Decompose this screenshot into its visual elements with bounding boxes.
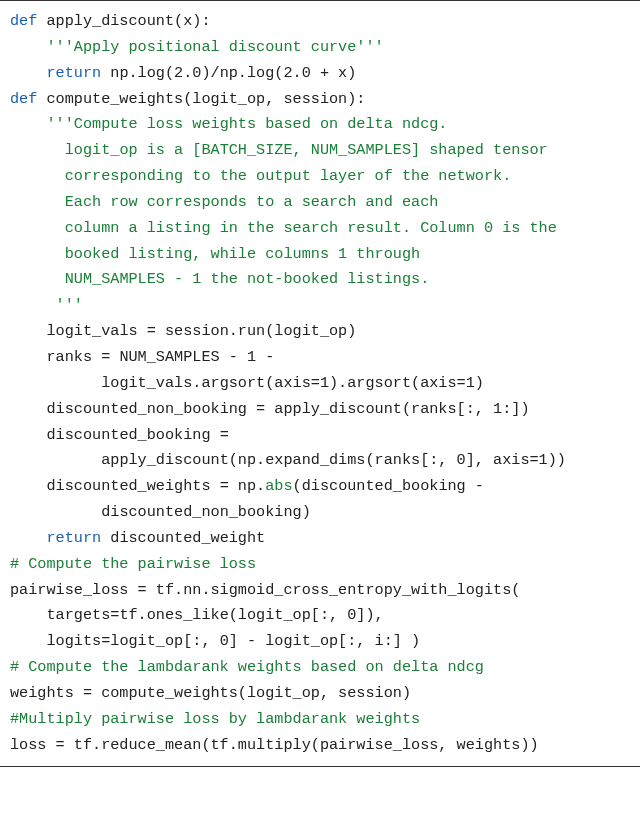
code-token: apply_discount(x): [37, 12, 210, 30]
code-line: logit_op is a [BATCH_SIZE, NUM_SAMPLES] … [10, 138, 630, 164]
code-token: def [10, 12, 37, 30]
code-line: apply_discount(np.expand_dims(ranks[:, 0… [10, 448, 630, 474]
code-token: logit_vals.argsort(axis=1).argsort(axis=… [83, 374, 484, 392]
code-token: ''' [46, 296, 82, 314]
code-token: np.log(2.0)/np.log(2.0 + x) [101, 64, 356, 82]
code-token: apply_discount(np.expand_dims(ranks[:, 0… [83, 451, 566, 469]
code-token: ranks = NUM_SAMPLES - 1 - [46, 348, 274, 366]
code-block: def apply_discount(x): '''Apply position… [0, 0, 640, 767]
code-line: return np.log(2.0)/np.log(2.0 + x) [10, 61, 630, 87]
code-token: NUM_SAMPLES - 1 the not-booked listings. [46, 270, 429, 288]
code-line: NUM_SAMPLES - 1 the not-booked listings. [10, 267, 630, 293]
code-token: # Compute the pairwise loss [10, 555, 256, 573]
code-token: Each row corresponds to a search and eac… [46, 193, 438, 211]
code-token: '''Apply positional discount curve''' [46, 38, 383, 56]
code-line: # Compute the pairwise loss [10, 552, 630, 578]
code-line: '''Apply positional discount curve''' [10, 35, 630, 61]
code-line: def apply_discount(x): [10, 9, 630, 35]
code-line: '''Compute loss weights based on delta n… [10, 112, 630, 138]
code-token: #Multiply pairwise loss by lambdarank we… [10, 710, 420, 728]
code-line: discounted_non_booking = apply_discount(… [10, 397, 630, 423]
code-line: corresponding to the output layer of the… [10, 164, 630, 190]
code-line: discounted_weights = np.abs(discounted_b… [10, 474, 630, 500]
code-token: discounted_non_booking = apply_discount(… [46, 400, 529, 418]
code-token: logit_vals = session.run(logit_op) [46, 322, 356, 340]
code-token: '''Compute loss weights based on delta n… [46, 115, 447, 133]
code-token: discounted_weight [101, 529, 265, 547]
code-token: return [46, 64, 101, 82]
code-token: pairwise_loss = tf.nn.sigmoid_cross_entr… [10, 581, 520, 599]
code-token: corresponding to the output layer of the… [46, 167, 511, 185]
code-line: logit_vals.argsort(axis=1).argsort(axis=… [10, 371, 630, 397]
code-token: abs [265, 477, 292, 495]
code-line: # Compute the lambdarank weights based o… [10, 655, 630, 681]
code-line: booked listing, while columns 1 through [10, 242, 630, 268]
code-line: column a listing in the search result. C… [10, 216, 630, 242]
code-token: # Compute the lambdarank weights based o… [10, 658, 484, 676]
code-token: column a listing in the search result. C… [46, 219, 556, 237]
code-token: def [10, 90, 37, 108]
code-line: loss = tf.reduce_mean(tf.multiply(pairwi… [10, 733, 630, 759]
code-token: targets=tf.ones_like(logit_op[:, 0]), [46, 606, 383, 624]
code-token: logits=logit_op[:, 0] - logit_op[:, i:] … [46, 632, 420, 650]
code-line: pairwise_loss = tf.nn.sigmoid_cross_entr… [10, 578, 630, 604]
code-token: logit_op is a [BATCH_SIZE, NUM_SAMPLES] … [46, 141, 547, 159]
code-token: discounted_non_booking) [83, 503, 311, 521]
code-line: def compute_weights(logit_op, session): [10, 87, 630, 113]
code-line: ''' [10, 293, 630, 319]
code-token: discounted_weights = np. [46, 477, 265, 495]
code-line: weights = compute_weights(logit_op, sess… [10, 681, 630, 707]
code-token: booked listing, while columns 1 through [46, 245, 420, 263]
code-line: logit_vals = session.run(logit_op) [10, 319, 630, 345]
code-token: compute_weights(logit_op, session): [37, 90, 365, 108]
code-line: logits=logit_op[:, 0] - logit_op[:, i:] … [10, 629, 630, 655]
code-line: discounted_non_booking) [10, 500, 630, 526]
code-line: Each row corresponds to a search and eac… [10, 190, 630, 216]
code-token: weights = compute_weights(logit_op, sess… [10, 684, 411, 702]
code-token: (discounted_booking - [293, 477, 484, 495]
code-token: return [46, 529, 101, 547]
code-line: #Multiply pairwise loss by lambdarank we… [10, 707, 630, 733]
code-line: targets=tf.ones_like(logit_op[:, 0]), [10, 603, 630, 629]
code-token: loss = tf.reduce_mean(tf.multiply(pairwi… [10, 736, 539, 754]
code-line: discounted_booking = [10, 423, 630, 449]
code-line: return discounted_weight [10, 526, 630, 552]
code-line: ranks = NUM_SAMPLES - 1 - [10, 345, 630, 371]
code-token: discounted_booking = [46, 426, 228, 444]
